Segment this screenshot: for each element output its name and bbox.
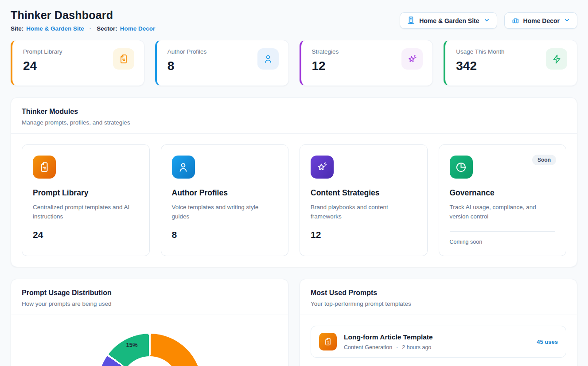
module-description: Centralized prompt templates and AI inst… [33,203,139,222]
separator-dot: · [90,25,92,32]
separator-dot: · [396,344,398,350]
most-used-header: Most Used Prompts Your top-performing pr… [300,279,577,315]
person-icon [172,156,195,179]
module-description: Brand playbooks and content frameworks [311,203,417,222]
modules-panel-header: Thinker Modules Manage prompts, profiles… [11,98,577,134]
header-selectors: Home & Garden Site Home Decor [400,12,577,29]
document-icon [319,333,337,350]
building-icon [407,16,415,26]
stat-text: Prompt Library 24 [23,48,62,73]
stat-card-usage: Usage This Month 342 [444,40,577,86]
module-title: Prompt Library [33,188,139,198]
slice-label: 15% [126,342,138,348]
stat-text: Strategies 12 [312,48,339,73]
site-selector-dropdown[interactable]: Home & Garden Site [400,12,497,29]
coming-soon-text: Coming soon [450,239,556,245]
modules-subtitle: Manage prompts, profiles, and strategies [22,119,566,126]
bottom-row: Prompt Usage Distribution How your promp… [11,279,577,366]
dashboard-page: Thinker Dashboard Site: Home & Garden Si… [0,0,588,366]
document-icon [113,48,134,70]
most-used-title: Most Used Prompts [311,289,566,297]
module-card-content-strategies[interactable]: Content Strategies Brand playbooks and c… [300,144,428,256]
module-card-prompt-library[interactable]: Prompt Library Centralized prompt templa… [22,144,150,256]
divider [450,231,556,232]
prompt-uses-badge: 45 uses [537,339,558,345]
prompt-item-meta: Content Generation · 2 hours ago [344,344,530,350]
prompt-item-text: Long-form Article Template Content Gener… [344,333,530,350]
chevron-down-icon [483,17,490,25]
site-selector-label: Home & Garden Site [419,17,479,24]
sector-selector-dropdown[interactable]: Home Decor [504,12,577,29]
modules-grid: Prompt Library Centralized prompt templa… [11,134,577,267]
stat-value: 342 [456,59,504,73]
stat-label: Author Profiles [167,48,207,55]
module-description: Voice templates and writing style guides [172,203,278,222]
module-card-governance[interactable]: Soon Governance Track AI usage, complian… [439,144,567,256]
prompt-list: Long-form Article Template Content Gener… [300,315,577,366]
prompt-item-title: Long-form Article Template [344,333,530,341]
breadcrumb: Site: Home & Garden Site · Sector: Home … [11,25,155,32]
usage-card-header: Prompt Usage Distribution How your promp… [11,279,288,315]
soon-badge: Soon [532,155,556,165]
most-used-prompts-card: Most Used Prompts Your top-performing pr… [300,279,577,366]
module-title: Content Strategies [311,188,417,198]
module-description: Track AI usage, compliance, and version … [450,203,556,222]
stat-value: 8 [167,59,207,73]
stat-label: Strategies [312,48,339,55]
page-title: Thinker Dashboard [11,9,155,22]
stat-value: 24 [23,59,62,73]
module-title: Governance [450,188,556,198]
most-used-subtitle: Your top-performing prompt templates [311,300,566,307]
sector-label: Sector: [97,25,117,32]
document-icon [33,156,56,179]
module-card-author-profiles[interactable]: Author Profiles Voice templates and writ… [161,144,289,256]
stat-value: 12 [312,59,339,73]
header-left: Thinker Dashboard Site: Home & Garden Si… [11,9,155,32]
stats-row: Prompt Library 24 Author Profiles 8 [11,40,577,86]
usage-subtitle: How your prompts are being used [22,300,277,307]
stat-label: Usage This Month [456,48,504,55]
pie-chart-icon [450,156,473,179]
module-title: Author Profiles [172,188,278,198]
stat-text: Usage This Month 342 [456,48,504,73]
usage-donut-chart: 15% [98,334,202,366]
prompt-category: Content Generation [344,344,392,350]
prompt-list-item[interactable]: Long-form Article Template Content Gener… [311,326,566,358]
site-link[interactable]: Home & Garden Site [26,25,84,32]
prompt-usage-card: Prompt Usage Distribution How your promp… [11,279,288,366]
person-icon [257,48,279,70]
sparkle-star-icon [311,156,334,179]
module-count: 12 [311,230,417,240]
stat-text: Author Profiles 8 [167,48,207,73]
bar-chart-icon [511,16,519,25]
module-count: 8 [172,230,278,240]
stat-card-strategies: Strategies 12 [300,40,433,86]
stat-card-author-profiles: Author Profiles 8 [155,40,289,86]
lightning-icon [546,48,567,70]
page-header: Thinker Dashboard Site: Home & Garden Si… [11,9,577,32]
sector-link[interactable]: Home Decor [120,25,156,32]
usage-title: Prompt Usage Distribution [22,289,277,297]
site-label: Site: [11,25,23,32]
stat-label: Prompt Library [23,48,62,55]
thinker-modules-panel: Thinker Modules Manage prompts, profiles… [11,97,577,267]
modules-title: Thinker Modules [22,108,566,116]
prompt-time: 2 hours ago [402,344,431,350]
chevron-down-icon [564,17,570,25]
stat-card-prompt-library: Prompt Library 24 [11,40,144,86]
sector-selector-label: Home Decor [523,17,560,24]
module-count: 24 [33,230,139,240]
sparkle-star-icon [401,48,423,70]
